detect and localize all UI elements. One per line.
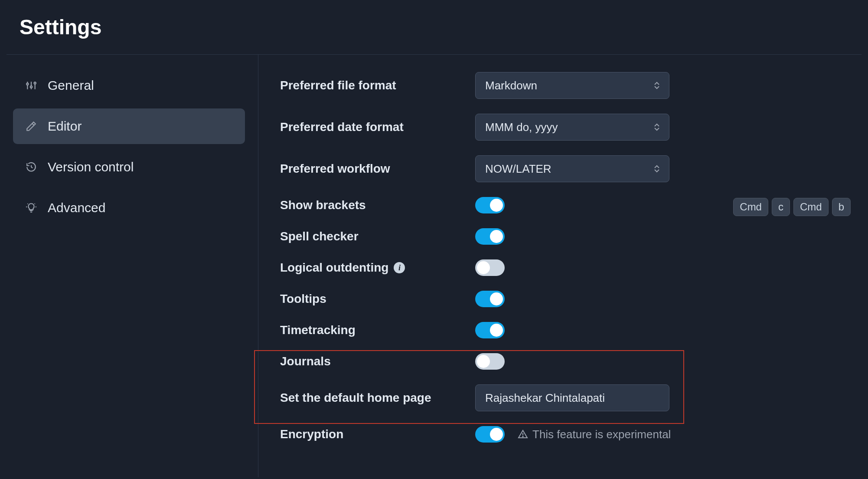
warning-icon <box>518 429 528 440</box>
row-tooltips: Tooltips <box>280 291 846 307</box>
toggle-spell-checker[interactable] <box>475 228 505 245</box>
settings-content: Preferred file format Markdown Preferred… <box>258 55 868 477</box>
page-title: Settings <box>0 0 868 54</box>
kbd-key: Cmd <box>733 198 768 216</box>
row-logical-outdenting: Logical outdenting i <box>280 259 846 276</box>
select-preferred-date-format[interactable]: MMM do, yyyy <box>475 114 669 141</box>
label-text: Logical outdenting <box>280 261 388 275</box>
toggle-tooltips[interactable] <box>475 291 505 307</box>
svg-line-11 <box>27 203 28 204</box>
toggle-show-brackets[interactable] <box>475 197 505 213</box>
main-container: General Editor Version control Advanced … <box>0 55 868 477</box>
chevron-up-down-icon <box>654 82 659 89</box>
svg-point-3 <box>26 83 28 85</box>
select-preferred-workflow[interactable]: NOW/LATER <box>475 155 669 182</box>
sidebar-item-label: General <box>48 78 94 93</box>
label-timetracking: Timetracking <box>280 323 475 337</box>
sidebar-item-general[interactable]: General <box>13 68 245 103</box>
svg-line-6 <box>32 124 34 125</box>
toggle-timetracking[interactable] <box>475 322 505 338</box>
sidebar-item-label: Editor <box>48 119 82 134</box>
row-default-home-page: Set the default home page <box>280 384 846 411</box>
input-default-home-page[interactable] <box>475 384 669 411</box>
chevron-up-down-icon <box>654 165 659 173</box>
label-encryption: Encryption <box>280 427 475 441</box>
select-value: Markdown <box>485 79 537 92</box>
label-show-brackets: Show brackets <box>280 198 475 212</box>
warning-text: This feature is experimental <box>532 428 671 441</box>
kbd-key: b <box>832 198 851 216</box>
select-value: MMM do, yyyy <box>485 121 558 134</box>
kbd-key: c <box>772 198 790 216</box>
svg-line-12 <box>35 203 35 204</box>
row-preferred-workflow: Preferred workflow NOW/LATER <box>280 155 846 182</box>
encryption-warning: This feature is experimental <box>518 428 671 441</box>
label-preferred-workflow: Preferred workflow <box>280 162 475 176</box>
row-preferred-file-format: Preferred file format Markdown <box>280 72 846 99</box>
sidebar-item-version-control[interactable]: Version control <box>13 149 245 185</box>
chevron-up-down-icon <box>654 123 659 131</box>
row-journals: Journals <box>280 353 846 370</box>
sidebar-item-label: Version control <box>48 160 134 174</box>
svg-line-8 <box>31 167 33 168</box>
row-encryption: Encryption This feature is experimental <box>280 426 846 443</box>
label-tooltips: Tooltips <box>280 292 475 306</box>
label-journals: Journals <box>280 354 475 368</box>
label-preferred-file-format: Preferred file format <box>280 79 475 92</box>
select-preferred-file-format[interactable]: Markdown <box>475 72 669 99</box>
label-logical-outdenting: Logical outdenting i <box>280 261 475 275</box>
history-icon <box>25 161 37 173</box>
settings-sidebar: General Editor Version control Advanced <box>0 55 258 477</box>
toggle-journals[interactable] <box>475 353 505 370</box>
select-value: NOW/LATER <box>485 162 551 176</box>
sidebar-item-label: Advanced <box>48 200 105 215</box>
lightbulb-icon <box>25 202 37 214</box>
label-spell-checker: Spell checker <box>280 230 475 243</box>
sidebar-item-editor[interactable]: Editor <box>13 108 245 144</box>
keyboard-hint: Cmd c Cmd b <box>733 198 851 216</box>
pencil-ruler-icon <box>25 120 37 132</box>
label-preferred-date-format: Preferred date format <box>280 120 475 134</box>
toggle-logical-outdenting[interactable] <box>475 259 505 276</box>
sidebar-item-advanced[interactable]: Advanced <box>13 190 245 226</box>
toggle-encryption[interactable] <box>475 426 505 443</box>
sliders-icon <box>25 79 37 92</box>
label-default-home-page: Set the default home page <box>280 391 475 405</box>
row-timetracking: Timetracking <box>280 322 846 338</box>
info-icon[interactable]: i <box>394 262 405 273</box>
svg-point-5 <box>34 82 36 84</box>
row-preferred-date-format: Preferred date format MMM do, yyyy <box>280 114 846 141</box>
row-spell-checker: Spell checker <box>280 228 846 245</box>
kbd-key: Cmd <box>793 198 829 216</box>
svg-point-4 <box>30 86 32 88</box>
svg-point-14 <box>522 436 523 437</box>
